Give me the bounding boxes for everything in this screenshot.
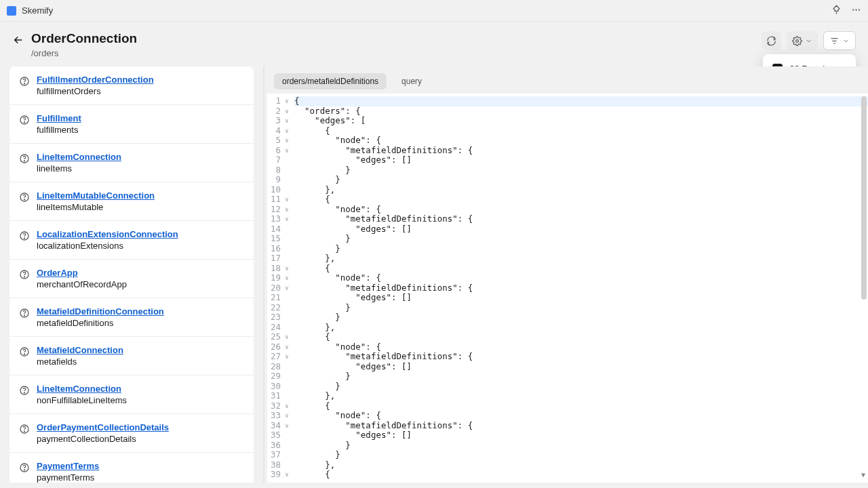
field-name: paymentCollectionDetails [37, 434, 169, 444]
svg-point-22 [24, 354, 24, 354]
help-icon [19, 462, 30, 473]
help-icon [19, 269, 30, 280]
list-item[interactable]: PaymentTermspaymentTerms [9, 453, 254, 483]
type-link[interactable]: MetafieldConnection [37, 345, 123, 355]
scroll-down-icon[interactable]: ▼ [861, 470, 865, 481]
svg-point-18 [24, 277, 24, 277]
type-link[interactable]: LineItemConnection [37, 152, 121, 162]
field-name: merchantOfRecordApp [37, 279, 127, 289]
topbar: Skemify [0, 0, 868, 22]
more-icon[interactable] [851, 5, 861, 17]
filter-button[interactable] [823, 31, 856, 50]
svg-point-0 [852, 9, 854, 10]
field-name: fulfillmentOrders [37, 86, 154, 96]
field-name: nonFulfillableLineItems [37, 395, 127, 405]
help-icon [19, 385, 30, 396]
svg-point-24 [24, 392, 24, 393]
help-icon [19, 424, 30, 434]
page-header: OrderConnection /orders 22 Regular25 Mon… [0, 22, 868, 66]
field-name: lineItems [37, 163, 121, 174]
breadcrumb: /orders [31, 48, 137, 58]
svg-point-12 [24, 161, 24, 161]
editor-scrollbar[interactable] [861, 96, 867, 300]
svg-point-14 [24, 199, 24, 200]
list-item[interactable]: FulfillmentOrderConnectionfulfillmentOrd… [9, 66, 254, 105]
list-item[interactable]: LineItemConnectionlineItems [9, 144, 254, 182]
svg-point-8 [24, 83, 24, 84]
list-item[interactable]: MetafieldConnectionmetafields [9, 337, 254, 375]
pin-icon[interactable] [831, 5, 842, 17]
list-item[interactable]: Fulfillmentfulfillments [9, 105, 254, 144]
type-link[interactable]: OrderPaymentCollectionDetails [37, 422, 169, 432]
svg-point-1 [855, 9, 856, 10]
code-editor[interactable]: 1234567891011121314151617181920212223242… [267, 94, 868, 483]
field-name: metafieldDefinitions [37, 318, 164, 328]
type-link[interactable]: OrderApp [37, 268, 127, 278]
svg-point-16 [24, 238, 24, 239]
type-link[interactable]: LocalizationExtensionConnection [37, 229, 178, 239]
field-name: fulfillments [37, 125, 81, 135]
type-link[interactable]: LineItemMutableConnection [37, 190, 155, 201]
field-name: lineItemsMutable [37, 202, 155, 212]
help-icon [19, 76, 30, 87]
type-link[interactable]: Fulfillment [37, 113, 81, 123]
help-icon [19, 192, 30, 203]
svg-point-26 [24, 431, 24, 432]
list-item[interactable]: OrderAppmerchantOfRecordApp [9, 260, 254, 298]
svg-point-2 [859, 9, 860, 10]
page-title: OrderConnection [31, 31, 137, 46]
svg-point-10 [24, 122, 24, 123]
list-item[interactable]: LineItemConnectionnonFulfillableLineItem… [9, 375, 254, 414]
help-icon [19, 153, 30, 164]
field-name: localizationExtensions [37, 241, 178, 251]
back-button[interactable] [12, 34, 24, 48]
app-logo [7, 6, 16, 16]
sidebar[interactable]: FulfillmentOrderConnectionfulfillmentOrd… [0, 66, 263, 483]
help-icon [19, 115, 30, 125]
type-link[interactable]: MetafieldDefinitionConnection [37, 306, 164, 317]
list-item[interactable]: LineItemMutableConnectionlineItemsMutabl… [9, 182, 254, 221]
main-panel: orders/metafieldDefinitionsquery 1234567… [263, 66, 868, 483]
svg-point-28 [24, 470, 24, 470]
refresh-button[interactable] [762, 31, 781, 50]
type-link[interactable]: LineItemConnection [37, 384, 127, 394]
type-link[interactable]: FulfillmentOrderConnection [37, 75, 154, 85]
app-name: Skemify [22, 5, 53, 16]
list-item[interactable]: LocalizationExtensionConnectionlocalizat… [9, 221, 254, 260]
tab[interactable]: query [393, 73, 430, 89]
list-item[interactable]: OrderPaymentCollectionDetailspaymentColl… [9, 414, 254, 453]
svg-point-3 [796, 39, 799, 42]
list-item[interactable]: MetafieldDefinitionConnectionmetafieldDe… [9, 298, 254, 337]
help-icon [19, 308, 30, 319]
field-name: metafields [37, 357, 123, 367]
svg-point-20 [24, 315, 24, 316]
type-link[interactable]: PaymentTerms [37, 461, 99, 471]
tab[interactable]: orders/metafieldDefinitions [274, 73, 387, 89]
tabs: orders/metafieldDefinitionsquery [264, 66, 868, 94]
field-name: paymentTerms [37, 472, 99, 483]
help-icon [19, 230, 30, 241]
help-icon [19, 346, 30, 357]
settings-button[interactable] [787, 31, 818, 50]
